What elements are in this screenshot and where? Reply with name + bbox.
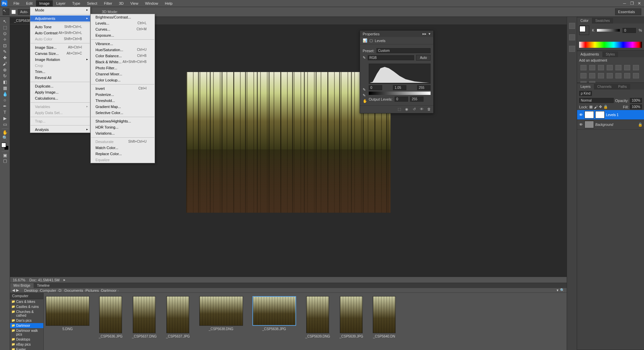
threshold-adj-icon[interactable] — [633, 73, 639, 78]
lock-all-icon[interactable]: 🔒 — [603, 105, 608, 109]
thumbnail-image[interactable] — [99, 296, 122, 333]
lock-position-icon[interactable]: ✥ — [599, 105, 602, 109]
thumbnail-image[interactable] — [252, 296, 296, 326]
auto-select-checkbox[interactable] — [11, 10, 16, 14]
levels-adj-icon[interactable] — [589, 65, 595, 70]
mi-gradient-map[interactable]: Gradient Map... — [91, 104, 155, 110]
auto-select-dropdown[interactable]: Auto- — [18, 9, 31, 15]
menu-view[interactable]: View — [127, 0, 142, 6]
thumbnail-image[interactable] — [373, 296, 396, 333]
mi-channel-mixer[interactable]: Channel Mixer... — [91, 71, 155, 77]
mi-analysis[interactable]: Analysis — [30, 127, 90, 133]
panel-menu-icon[interactable]: ▾ — [429, 32, 431, 36]
tab-channels[interactable]: Channels — [594, 84, 615, 90]
tab-timeline[interactable]: Timeline — [34, 283, 53, 288]
posterize-adj-icon[interactable] — [624, 73, 630, 78]
folder-item[interactable]: Desktops — [10, 337, 43, 342]
sample-icon[interactable]: ✋ — [363, 99, 367, 103]
vibrance-adj-icon[interactable] — [615, 65, 621, 70]
gradient-tool[interactable]: ▦ — [1, 85, 9, 91]
hand-tool[interactable]: ✋ — [2, 129, 8, 135]
mi-variables[interactable]: Variables — [30, 104, 90, 110]
breadcrumb-item[interactable]: D: — [58, 288, 65, 292]
swatches-panel-icon[interactable] — [569, 34, 575, 40]
mi-adjustments[interactable]: Adjustments — [30, 15, 90, 22]
shape-tool[interactable]: ▭ — [1, 121, 9, 127]
output-high-input[interactable] — [410, 97, 424, 102]
layer-visibility-icon[interactable]: 👁 — [578, 113, 583, 117]
view-previous-icon[interactable]: ◉ — [404, 107, 409, 112]
thumbnail-image[interactable] — [46, 296, 89, 326]
mi-exposure[interactable]: Exposure... — [91, 32, 155, 38]
mi-color-lookup[interactable]: Color Lookup... — [91, 77, 155, 83]
pen-tool[interactable]: ✒ — [1, 103, 9, 109]
window-minimize[interactable]: ─ — [621, 1, 628, 6]
eyedropper-grey-icon[interactable]: ✎ — [363, 88, 367, 92]
output-gradient[interactable] — [369, 92, 431, 95]
tab-styles[interactable]: Styles — [602, 51, 618, 57]
mini-bridge-computer[interactable]: Computer — [10, 293, 43, 299]
history-panel-icon[interactable] — [569, 23, 575, 29]
eyedropper-black-icon[interactable]: ✎ — [363, 56, 366, 60]
color-lookup-adj-icon[interactable] — [607, 73, 613, 78]
mi-equalize[interactable]: Equalize — [91, 157, 155, 163]
exposure-adj-icon[interactable] — [607, 65, 613, 70]
mi-trap[interactable]: Trap... — [30, 118, 90, 124]
mi-selective-color[interactable]: Selective Color... — [91, 110, 155, 116]
mi-black-white[interactable]: Black & White...Alt+Shift+Ctrl+B — [91, 59, 155, 65]
window-close[interactable]: ✕ — [636, 1, 643, 6]
breadcrumb-item[interactable]: Pictures — [85, 288, 101, 292]
menu-file[interactable]: File — [10, 0, 23, 6]
thumbnail-image[interactable] — [166, 296, 189, 333]
breadcrumb-item[interactable]: Dartmoor — [101, 288, 119, 292]
breadcrumb-item[interactable]: Desktop — [24, 288, 40, 292]
mi-image-rotation[interactable]: Image Rotation — [30, 57, 90, 63]
folder-item[interactable]: eBay pics — [10, 342, 43, 347]
mi-brightness-contrast[interactable]: Brightness/Contrast... — [91, 14, 155, 20]
move-tool[interactable]: ↖ — [1, 18, 9, 24]
mi-variations[interactable]: Variations... — [91, 130, 155, 136]
mi-apply-image[interactable]: Apply Image... — [30, 89, 90, 95]
shadow-input[interactable] — [369, 85, 382, 90]
tab-paths[interactable]: Paths — [615, 84, 630, 90]
eyedropper-white-icon[interactable]: ✎ — [363, 93, 367, 98]
mi-invert[interactable]: InvertCtrl+I — [91, 85, 155, 92]
invert-adj-icon[interactable] — [615, 73, 621, 78]
k-slider[interactable] — [597, 29, 620, 32]
fill-value[interactable]: 100% — [630, 104, 642, 109]
mi-canvas-size[interactable]: Canvas Size...Alt+Ctrl+C — [30, 50, 90, 57]
layer-name[interactable]: Levels 1 — [606, 113, 618, 117]
mi-mode[interactable]: Mode — [30, 7, 90, 13]
layer-visibility-icon[interactable]: 👁 — [578, 123, 583, 127]
blur-tool[interactable]: 💧 — [1, 91, 9, 97]
layer-row[interactable]: 👁Background🔒 — [577, 120, 644, 130]
levels-histogram[interactable] — [369, 64, 431, 84]
mi-replace-color[interactable]: Replace Color... — [91, 151, 155, 157]
mi-curves[interactable]: Curves...Ctrl+M — [91, 26, 155, 32]
folder-item[interactable]: Cars & bikes — [10, 299, 43, 304]
filter-icon[interactable]: ▾ — [557, 288, 559, 292]
menu-3d[interactable]: 3D — [116, 0, 127, 6]
mi-match-color[interactable]: Match Color... — [91, 145, 155, 151]
mi-posterize[interactable]: Posterize... — [91, 92, 155, 98]
thumbnail[interactable]: 5.DNG — [46, 296, 89, 349]
nav-back-icon[interactable]: ◀ — [12, 288, 15, 292]
magic-wand-tool[interactable]: ✧ — [1, 36, 9, 42]
mi-image-size[interactable]: Image Size...Alt+Ctrl+I — [30, 44, 90, 50]
tab-swatches[interactable]: Swatches — [592, 18, 613, 24]
history-brush-tool[interactable]: ↻ — [1, 73, 9, 79]
mi-shadows-highlights[interactable]: Shadows/Highlights... — [91, 118, 155, 124]
3d-panel-icon[interactable] — [569, 46, 575, 52]
lasso-tool[interactable]: ⊙ — [1, 30, 9, 36]
tab-layers[interactable]: Layers — [577, 84, 594, 90]
breadcrumb-item[interactable]: Computer — [40, 288, 58, 292]
mi-color-balance[interactable]: Color Balance...Ctrl+B — [91, 53, 155, 59]
folder-item[interactable]: Exeter — [10, 347, 43, 350]
bw-adj-icon[interactable] — [580, 73, 587, 78]
thumbnail-image[interactable] — [133, 296, 156, 333]
color-swatch[interactable] — [1, 143, 9, 150]
mi-auto-tone[interactable]: Auto ToneShift+Ctrl+L — [30, 24, 90, 30]
blend-mode-select[interactable]: Normal — [579, 98, 614, 103]
status-arrow-icon[interactable]: ▸ — [64, 278, 66, 282]
thumbnail[interactable]: _CSP5638.JPG — [252, 296, 296, 349]
